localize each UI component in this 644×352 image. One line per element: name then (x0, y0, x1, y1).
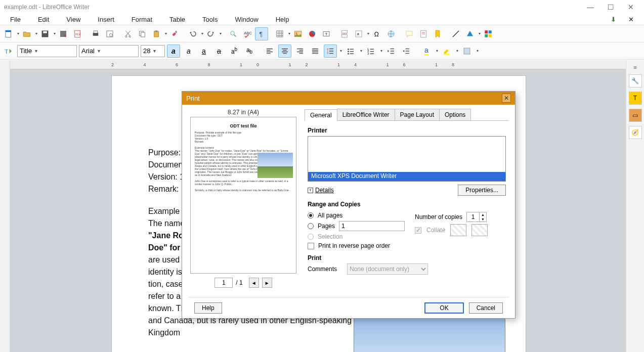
formatting-marks-button[interactable]: ¶ (255, 27, 268, 40)
help-button[interactable]: Help (194, 302, 222, 314)
insert-line-button[interactable] (449, 27, 462, 40)
menu-tools[interactable]: Tools (194, 15, 226, 24)
printer-properties-button[interactable]: Properties... (458, 185, 506, 196)
decrease-indent-button[interactable] (400, 45, 413, 58)
copies-input[interactable] (467, 213, 479, 221)
hyperlink-button[interactable] (384, 27, 398, 40)
export-pdf-button[interactable]: PDF (71, 27, 84, 40)
print-preview-button[interactable] (103, 27, 116, 40)
superscript-button[interactable]: ab (228, 45, 241, 58)
align-right-button[interactable] (293, 45, 307, 58)
dialog-close-button[interactable]: ✕ (502, 94, 511, 103)
dialog-titlebar[interactable]: Print ✕ (182, 92, 515, 105)
copy-button[interactable] (136, 27, 149, 40)
paste-button[interactable] (150, 27, 163, 40)
sidebar-navigator-icon[interactable]: 🧭 (629, 126, 642, 139)
sidebar-toggle-icon[interactable]: ≡ (633, 64, 636, 70)
insert-bookmark-button[interactable] (431, 27, 444, 40)
strikethrough-button[interactable]: a (212, 45, 226, 58)
insert-field-button[interactable]: # (352, 27, 365, 40)
styles-button[interactable]: T (2, 45, 15, 58)
update-icon[interactable]: ⬇ (607, 15, 620, 24)
reverse-order-checkbox[interactable] (308, 243, 314, 249)
maximize-button[interactable]: ☐ (600, 1, 621, 13)
tab-options[interactable]: Options (439, 109, 471, 120)
copies-spinner[interactable]: ▲▼ (466, 212, 487, 222)
selection-label: Selection (318, 233, 342, 240)
redo-button[interactable] (204, 27, 218, 40)
bold-button[interactable]: a (167, 45, 180, 58)
open-button[interactable] (20, 27, 33, 40)
radio-all-pages[interactable] (308, 212, 314, 218)
insert-table-button[interactable] (273, 27, 286, 40)
subscript-button[interactable]: ab (243, 45, 256, 58)
printer-list[interactable]: Microsoft XPS Document Writer (308, 136, 506, 182)
save-as-button[interactable] (57, 27, 70, 40)
new-doc-button[interactable] (2, 27, 15, 40)
sidebar-properties-icon[interactable]: 🔧 (629, 74, 642, 87)
tab-writer[interactable]: LibreOffice Writer (337, 109, 395, 120)
find-replace-button[interactable] (227, 27, 240, 40)
underline-button[interactable]: a (197, 45, 210, 58)
sidebar-styles-icon[interactable]: T (629, 92, 642, 105)
cancel-button[interactable]: Cancel (469, 302, 503, 314)
close-window-button[interactable]: ✕ (621, 1, 641, 13)
tab-page-layout[interactable]: Page Layout (395, 109, 440, 120)
tab-general[interactable]: General (305, 109, 337, 121)
menu-file[interactable]: File (2, 15, 29, 24)
new-doc-dropdown[interactable]: ▾ (16, 31, 19, 36)
undo-button[interactable] (186, 27, 199, 40)
radio-pages[interactable] (308, 223, 314, 229)
show-draw-functions-button[interactable] (482, 27, 495, 40)
print-button[interactable] (89, 27, 102, 40)
preview-next-button[interactable]: ► (262, 278, 272, 288)
spellcheck-button[interactable]: ABC (241, 27, 254, 40)
basic-shapes-button[interactable] (463, 27, 477, 40)
ok-button[interactable]: OK (424, 302, 463, 314)
font-name-combo[interactable]: Arial▾ (79, 45, 139, 57)
track-changes-button[interactable] (417, 27, 430, 40)
comments-combo: None (document only) (347, 263, 428, 275)
menu-help[interactable]: Help (268, 15, 297, 24)
insert-chart-button[interactable] (306, 27, 319, 40)
menu-table[interactable]: Table (161, 15, 193, 24)
horizontal-ruler[interactable]: 2 4 6 8 10 12 14 16 18 (10, 60, 626, 69)
line-spacing-button[interactable] (324, 45, 337, 58)
paragraph-style-combo[interactable]: Title▾ (17, 45, 77, 57)
menu-window[interactable]: Window (227, 15, 266, 24)
font-color-button[interactable]: a (420, 45, 433, 58)
font-size-combo[interactable]: 28▾ (141, 45, 165, 57)
insert-image-button[interactable] (291, 27, 305, 40)
bullet-list-button[interactable] (344, 45, 357, 58)
insert-textbox-button[interactable]: T (320, 27, 333, 40)
menu-view[interactable]: View (58, 15, 89, 24)
printer-selected-item[interactable]: Microsoft XPS Document Writer (308, 172, 505, 181)
close-doc-icon[interactable]: ✕ (624, 15, 638, 24)
special-char-button[interactable]: Ω (370, 27, 383, 40)
highlight-button[interactable] (440, 45, 453, 58)
format-paintbrush-button[interactable] (168, 27, 181, 40)
menu-insert[interactable]: Insert (90, 15, 122, 24)
svg-rect-14 (141, 32, 145, 37)
menu-edit[interactable]: Edit (30, 15, 57, 24)
preview-page-input[interactable] (214, 278, 233, 288)
svg-text:#: # (357, 32, 359, 36)
number-list-button[interactable]: 123 (364, 45, 377, 58)
pages-input[interactable] (339, 221, 405, 231)
minimize-button[interactable]: ― (580, 1, 600, 13)
align-center-button[interactable] (278, 45, 291, 58)
sidebar-gallery-icon[interactable]: ▭ (629, 109, 642, 122)
align-left-button[interactable] (263, 45, 276, 58)
preview-prev-button[interactable]: ◄ (249, 278, 259, 288)
italic-button[interactable]: a (182, 45, 195, 58)
increase-indent-button[interactable] (384, 45, 398, 58)
paragraph-bg-button[interactable] (460, 45, 474, 58)
cut-button[interactable] (121, 27, 135, 40)
open-dropdown[interactable]: ▾ (34, 31, 37, 36)
save-button[interactable] (38, 27, 52, 40)
justify-button[interactable] (309, 45, 322, 58)
page-break-button[interactable] (338, 27, 351, 40)
printer-details-toggle[interactable]: + Details (308, 187, 334, 194)
menu-format[interactable]: Format (123, 15, 160, 24)
insert-comment-button[interactable] (403, 27, 416, 40)
